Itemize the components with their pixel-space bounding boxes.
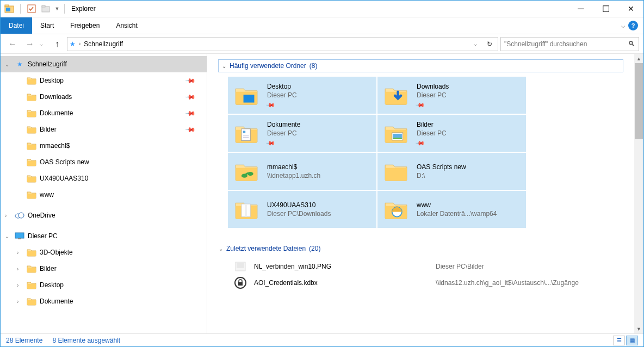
- sidebar-item[interactable]: Dokumente📌: [1, 105, 207, 121]
- pin-icon: 📌: [415, 138, 425, 147]
- svg-point-7: [18, 213, 24, 218]
- expand-icon[interactable]: ⌄: [5, 61, 9, 67]
- tile-location: Dieser PC\Downloads: [267, 210, 331, 218]
- window-controls: ─ ☐ ✕: [568, 1, 643, 17]
- minimize-button[interactable]: ─: [568, 1, 593, 17]
- status-bar: 28 Elemente 8 Elemente ausgewählt ☰ ▦: [1, 333, 643, 346]
- search-box[interactable]: 🔍︎: [500, 37, 639, 51]
- ribbon-tabs: Datei Start Freigeben Ansicht ⌵ ?: [1, 17, 643, 34]
- folder-tile[interactable]: wwwLokaler Datenträ...\wamp64: [377, 191, 526, 228]
- folder-tile[interactable]: DownloadsDieser PC📌: [377, 77, 526, 114]
- tile-name: Bilder: [417, 121, 447, 128]
- sidebar-item[interactable]: ›Bilder: [1, 261, 207, 277]
- sidebar-item[interactable]: ›3D-Objekte: [1, 244, 207, 261]
- group-files-header[interactable]: ⌄ Zuletzt verwendete Dateien (20): [218, 242, 623, 255]
- up-button[interactable]: ↑: [49, 36, 65, 52]
- explorer-icon[interactable]: [3, 2, 16, 15]
- navigation-tree[interactable]: ⌄ ★ Schnellzugriff Desktop📌Downloads📌Dok…: [1, 54, 207, 333]
- content-pane[interactable]: ⌄ Häufig verwendete Ordner (8) DesktopDi…: [207, 54, 634, 333]
- folder-icon: [383, 82, 409, 108]
- expand-icon[interactable]: ⌄: [5, 233, 9, 239]
- sidebar-item[interactable]: Desktop📌: [1, 72, 207, 89]
- tile-name: Dokumente: [267, 121, 300, 128]
- back-button[interactable]: ←: [5, 36, 20, 52]
- forward-button[interactable]: →: [22, 36, 38, 52]
- sidebar-item[interactable]: OAS Scripts new: [1, 154, 207, 170]
- sidebar-item[interactable]: ›Dokumente: [1, 293, 207, 309]
- view-details-button[interactable]: ☰: [613, 336, 625, 345]
- sidebar-item[interactable]: mmaechl$: [1, 138, 207, 154]
- search-input[interactable]: [504, 40, 628, 48]
- folder-icon: [27, 190, 36, 200]
- folder-icon: [27, 76, 36, 85]
- tab-view[interactable]: Ansicht: [108, 17, 145, 34]
- scroll-up-icon[interactable]: ▲: [634, 54, 643, 63]
- ribbon-expand-icon[interactable]: ⌵: [621, 22, 625, 29]
- folder-tile[interactable]: BilderDieser PC📌: [377, 115, 526, 152]
- folder-tile[interactable]: UX490UAAS310Dieser PC\Downloads: [228, 191, 376, 228]
- view-tiles-button[interactable]: ▦: [626, 336, 638, 345]
- vertical-scrollbar[interactable]: ▲ ▼: [634, 54, 643, 333]
- tile-name: UX490UAAS310: [267, 201, 331, 209]
- sidebar-item[interactable]: UX490UAAS310: [1, 170, 207, 187]
- refresh-button[interactable]: ↻: [484, 40, 496, 48]
- tile-name: Desktop: [267, 83, 297, 90]
- file-row[interactable]: AOI_Credentials.kdbx\\idnas12.uzh.ch\g_a…: [234, 275, 623, 291]
- folder-tile[interactable]: OAS Scripts newD:\: [377, 153, 526, 190]
- tile-location: Dieser PC: [417, 129, 447, 137]
- tree-onedrive[interactable]: › OneDrive: [1, 207, 207, 224]
- tile-location: Lokaler Datenträ...\wamp64: [417, 210, 497, 218]
- folder-tile[interactable]: DesktopDieser PC📌: [228, 77, 376, 114]
- expand-icon[interactable]: ›: [17, 299, 18, 305]
- qat-properties-icon[interactable]: [25, 2, 38, 15]
- folder-icon: [233, 158, 259, 184]
- chevron-down-icon: ⌄: [222, 63, 226, 69]
- tab-start[interactable]: Start: [32, 17, 62, 34]
- tree-quickaccess[interactable]: ⌄ ★ Schnellzugriff: [1, 56, 207, 72]
- address-path: Schnellzugriff: [84, 40, 467, 48]
- file-location: Dieser PC\Bilder: [436, 263, 484, 270]
- group-folders-header[interactable]: ⌄ Häufig verwendete Ordner (8): [218, 59, 623, 72]
- sidebar-item[interactable]: www: [1, 187, 207, 203]
- address-bar[interactable]: ★ › Schnellzugriff ⌵ ↻: [67, 37, 498, 51]
- folder-tile[interactable]: mmaechl$\\idnetapp1.uzh.ch: [228, 153, 376, 190]
- expand-icon[interactable]: ›: [17, 250, 18, 256]
- svg-rect-9: [18, 238, 21, 239]
- file-name: NL_verbinden_win10.PNG: [254, 263, 428, 270]
- folder-icon: [27, 157, 36, 167]
- file-row[interactable]: NL_verbinden_win10.PNGDieser PC\Bilder: [234, 258, 623, 275]
- help-button[interactable]: ?: [628, 21, 638, 30]
- chevron-down-icon: ⌄: [219, 246, 223, 252]
- svg-rect-5: [42, 5, 45, 7]
- sidebar-item[interactable]: ›Desktop: [1, 277, 207, 293]
- file-tab[interactable]: Datei: [1, 17, 32, 34]
- folder-icon: [27, 92, 36, 102]
- folder-icon: [233, 82, 259, 108]
- tile-location: D:\: [417, 172, 466, 179]
- qat-newfolder-icon[interactable]: [39, 2, 52, 15]
- folder-icon: [233, 120, 259, 146]
- file-name: AOI_Credentials.kdbx: [254, 279, 428, 287]
- scroll-thumb[interactable]: [635, 63, 643, 139]
- scroll-down-icon[interactable]: ▼: [634, 324, 643, 333]
- svg-rect-21: [245, 204, 247, 217]
- tree-thispc[interactable]: ⌄ Dieser PC: [1, 228, 207, 244]
- search-icon[interactable]: 🔍︎: [628, 40, 635, 48]
- qat-dropdown-icon[interactable]: ▼: [53, 2, 61, 15]
- folder-tile[interactable]: DokumenteDieser PC📌: [228, 115, 376, 152]
- close-button[interactable]: ✕: [618, 1, 643, 17]
- folder-icon: [27, 125, 36, 134]
- status-selected-count: 8 Elemente ausgewählt: [52, 337, 120, 344]
- expand-icon[interactable]: ›: [17, 282, 18, 288]
- tile-name: mmaechl$: [267, 163, 320, 171]
- history-dropdown-icon[interactable]: ⌵: [40, 41, 47, 47]
- svg-rect-8: [15, 233, 24, 238]
- sidebar-item[interactable]: Bilder📌: [1, 121, 207, 138]
- maximize-button[interactable]: ☐: [593, 1, 618, 17]
- tab-share[interactable]: Freigeben: [62, 17, 108, 34]
- sidebar-item[interactable]: Downloads📌: [1, 89, 207, 105]
- address-dropdown-icon[interactable]: ⌵: [470, 41, 480, 47]
- expand-icon[interactable]: ›: [5, 213, 7, 219]
- folder-icon: [27, 264, 36, 274]
- expand-icon[interactable]: ›: [17, 266, 18, 272]
